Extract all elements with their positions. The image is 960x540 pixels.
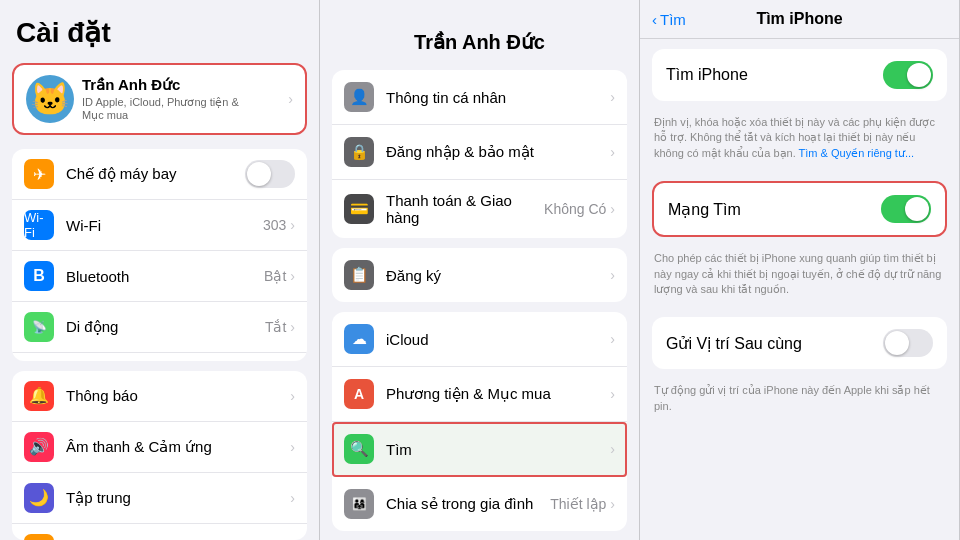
find-icon: 🔍 [344, 434, 374, 464]
notifications-icon: 🔔 [24, 381, 54, 411]
personal-info-icon: 👤 [344, 82, 374, 112]
wifi-value: 303 [263, 217, 286, 233]
bluetooth-label: Bluetooth [66, 268, 264, 285]
settings-row-personal-hotspot[interactable]: ⬡ Điểm truy cập cá nhân Tắt › [12, 353, 307, 361]
purchase-row[interactable]: A Phương tiện & Mục mua › [332, 367, 627, 422]
mang-tim-toggle[interactable] [881, 195, 931, 223]
purchase-icon: A [344, 379, 374, 409]
focus-chevron: › [290, 490, 295, 506]
bluetooth-icon: B [24, 261, 54, 291]
airplane-label: Chế độ máy bay [66, 165, 245, 183]
icloud-chevron: › [610, 331, 615, 347]
cellular-icon: 📡 [24, 312, 54, 342]
gui-vitri-section: Gửi Vị trí Sau cùng [652, 317, 947, 369]
find-iphone-row-label: Tìm iPhone [666, 66, 883, 84]
purchase-chevron: › [610, 386, 615, 402]
payment-row[interactable]: 💳 Thanh toán & Giao hàng Không Có › [332, 180, 627, 238]
find-row[interactable]: 🔍 Tìm › [332, 422, 627, 477]
profile-section-2: 📋 Đăng ký › [332, 248, 627, 302]
sound-chevron: › [290, 439, 295, 455]
wifi-icon: Wi-Fi [24, 210, 54, 240]
payment-chevron: › [610, 201, 615, 217]
airplane-icon: ✈ [24, 159, 54, 189]
find-chevron: › [610, 441, 615, 457]
personal-info-row[interactable]: 👤 Thông tin cá nhân › [332, 70, 627, 125]
profile-items-list: 👤 Thông tin cá nhân › 🔒 Đăng nhập & bảo … [320, 70, 639, 540]
sound-icon: 🔊 [24, 432, 54, 462]
settings-row-focus[interactable]: 🌙 Tập trung › [12, 473, 307, 524]
notifications-label: Thông báo [66, 387, 290, 404]
find-iphone-content: Tìm iPhone Định vị, khóa hoặc xóa thiết … [640, 39, 959, 540]
focus-icon: 🌙 [24, 483, 54, 513]
cellular-chevron: › [290, 319, 295, 335]
icloud-row[interactable]: ☁ iCloud › [332, 312, 627, 367]
icloud-label: iCloud [386, 331, 610, 348]
gui-vitri-row[interactable]: Gửi Vị trí Sau cùng [652, 317, 947, 369]
settings-row-sound[interactable]: 🔊 Âm thanh & Cảm ứng › [12, 422, 307, 473]
panel1-title: Cài đặt [0, 16, 319, 59]
signin-icon: 🔒 [344, 137, 374, 167]
payment-value: Không Có [544, 201, 606, 217]
airplane-toggle[interactable] [245, 160, 295, 188]
find-iphone-header-title: Tìm iPhone [756, 10, 842, 28]
find-iphone-toggle[interactable] [883, 61, 933, 89]
signin-chevron: › [610, 144, 615, 160]
mang-tim-label: Mạng Tìm [668, 200, 881, 219]
icloud-icon: ☁ [344, 324, 374, 354]
settings-row-wifi[interactable]: Wi-Fi Wi-Fi 303 › [12, 200, 307, 251]
profile-row[interactable]: 🐱 Trần Anh Đức ID Apple, iCloud, Phương … [12, 63, 307, 135]
purchase-label: Phương tiện & Mục mua [386, 385, 610, 403]
back-button[interactable]: ‹ Tìm [652, 11, 686, 28]
settings-row-notifications[interactable]: 🔔 Thông báo › [12, 371, 307, 422]
notifications-chevron: › [290, 388, 295, 404]
profile-name: Trần Anh Đức [82, 76, 280, 94]
find-privacy-link[interactable]: Tìm & Quyền riêng tư... [799, 147, 914, 159]
family-chevron: › [610, 496, 615, 512]
wifi-label: Wi-Fi [66, 217, 263, 234]
find-iphone-header: ‹ Tìm Tìm iPhone [640, 0, 959, 39]
subscription-chevron: › [610, 267, 615, 283]
focus-label: Tập trung [66, 489, 290, 507]
settings-panel: Cài đặt 🐱 Trần Anh Đức ID Apple, iCloud,… [0, 0, 320, 540]
profile-subtitle: ID Apple, iCloud, Phương tiện &Mục mua [82, 96, 280, 122]
back-chevron-icon: ‹ [652, 11, 657, 28]
gui-vitri-label: Gửi Vị trí Sau cùng [666, 334, 883, 353]
settings-section-1: ✈ Chế độ máy bay Wi-Fi Wi-Fi 303 › B Blu… [12, 149, 307, 361]
find-iphone-row[interactable]: Tìm iPhone [652, 49, 947, 101]
cellular-label: Di động [66, 318, 265, 336]
gui-vitri-toggle[interactable] [883, 329, 933, 357]
sound-label: Âm thanh & Cảm ứng [66, 438, 290, 456]
bluetooth-value: Bật [264, 268, 286, 284]
family-value: Thiết lập [550, 496, 606, 512]
signin-security-row[interactable]: 🔒 Đăng nhập & bảo mật › [332, 125, 627, 180]
gui-vitri-desc: Tự động gửi vị trí của iPhone này đến Ap… [640, 379, 959, 424]
personal-info-label: Thông tin cá nhân [386, 89, 610, 106]
settings-row-bluetooth[interactable]: B Bluetooth Bật › [12, 251, 307, 302]
cellular-value: Tắt [265, 319, 286, 335]
subscription-icon: 📋 [344, 260, 374, 290]
payment-icon: 💳 [344, 194, 374, 224]
mang-tim-row[interactable]: Mạng Tìm [654, 183, 945, 235]
find-iphone-section: Tìm iPhone [652, 49, 947, 101]
payment-label: Thanh toán & Giao hàng [386, 192, 544, 226]
mang-tim-section: Mạng Tìm [652, 181, 947, 237]
family-icon: 👨‍👩‍👧 [344, 489, 374, 519]
signin-label: Đăng nhập & bảo mật [386, 143, 610, 161]
find-iphone-desc: Định vị, khóa hoặc xóa thiết bị này và c… [640, 111, 959, 171]
subscription-row[interactable]: 📋 Đăng ký › [332, 248, 627, 302]
profile-chevron: › [288, 91, 293, 107]
find-iphone-panel: ‹ Tìm Tìm iPhone Tìm iPhone Định vị, khó… [640, 0, 960, 540]
settings-row-airplane[interactable]: ✈ Chế độ máy bay [12, 149, 307, 200]
profile-section-3: ☁ iCloud › A Phương tiện & Mục mua › 🔍 T… [332, 312, 627, 531]
wifi-chevron: › [290, 217, 295, 233]
subscription-label: Đăng ký [386, 267, 610, 284]
avatar: 🐱 [26, 75, 74, 123]
settings-row-screentime[interactable]: ⏱ Thời gian sử dụng › [12, 524, 307, 540]
find-label: Tìm [386, 441, 610, 458]
back-label: Tìm [660, 11, 686, 28]
family-row[interactable]: 👨‍👩‍👧 Chia sẻ trong gia đình Thiết lập › [332, 477, 627, 531]
profile-username: Trần Anh Đức [414, 30, 545, 54]
settings-row-cellular[interactable]: 📡 Di động Tắt › [12, 302, 307, 353]
family-label: Chia sẻ trong gia đình [386, 495, 550, 513]
profile-section-1: 👤 Thông tin cá nhân › 🔒 Đăng nhập & bảo … [332, 70, 627, 238]
